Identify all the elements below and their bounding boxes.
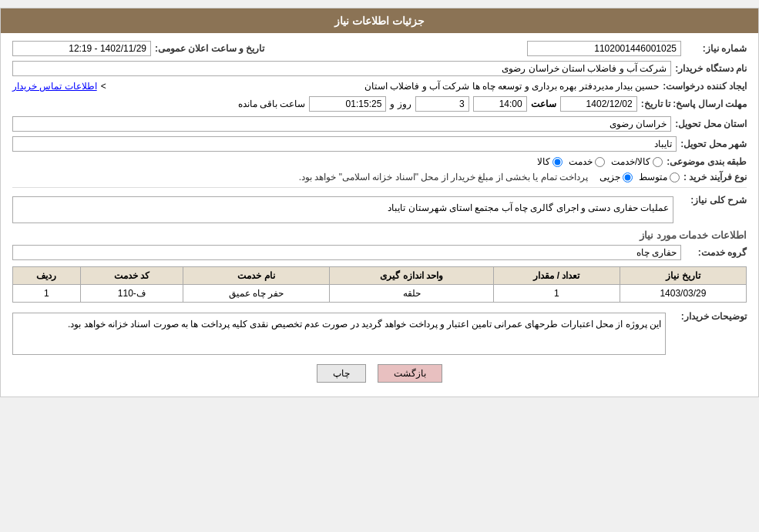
page-title: جزئیات اطلاعات نیاز bbox=[334, 15, 425, 27]
name-dastgah-value: شرکت آب و فاضلاب استان خراسان رضوی bbox=[12, 61, 671, 76]
mohlat-rooz-value: 3 bbox=[415, 96, 469, 112]
col-count: تعداد / مقدار bbox=[493, 267, 620, 285]
radio-jozei-input[interactable] bbox=[623, 172, 633, 182]
mohlat-date-value: 1402/12/02 bbox=[560, 96, 637, 112]
row-shahr: شهر محل تحویل: تایباد bbox=[12, 136, 747, 152]
buttons-row: بازگشت چاپ bbox=[12, 364, 747, 383]
cell-count: 1 bbox=[493, 285, 620, 303]
cell-code: ف-110 bbox=[80, 285, 183, 303]
rooz-label: روز و bbox=[390, 99, 411, 109]
row-ijad: ایجاد کننده درخواست: حسین بیدار مدیردفتر… bbox=[12, 81, 747, 92]
jozei-label: جزیی bbox=[599, 172, 620, 182]
tarikh-label: تاریخ و ساعت اعلان عمومی: bbox=[155, 43, 264, 54]
radio-kala-khedmat-input[interactable] bbox=[653, 157, 663, 167]
shahr-label: شهر محل تحویل: bbox=[680, 139, 747, 149]
khedmat-label: خدمت bbox=[569, 156, 593, 167]
row-tabaqe: طبقه بندی موضوعی: کالا/خدمت خدمت کالا bbox=[12, 156, 747, 167]
shahr-value: تایباد bbox=[12, 136, 677, 152]
gorooh-label: گروه خدمت: bbox=[685, 247, 747, 258]
ijad-value: حسین بیدار مدیردفتر بهره برداری و توسعه … bbox=[110, 81, 660, 92]
row-farayand: نوع فرآیند خرید : متوسط جزیی پرداخت تمام… bbox=[12, 172, 747, 182]
cell-name: حفر چاه عمیق bbox=[183, 285, 329, 303]
row-mohlat: مهلت ارسال پاسخ: تا تاریخ: 1402/12/02 سا… bbox=[12, 96, 747, 112]
farayand-label: نوع فرآیند خرید : bbox=[683, 172, 747, 182]
services-table: تاریخ نیاز تعداد / مقدار واحد اندازه گیر… bbox=[12, 266, 747, 303]
farayand-desc: پرداخت تمام یا بخشی از مبلغ خریدار از مح… bbox=[299, 172, 588, 182]
tabaqe-label: طبقه بندی موضوعی: bbox=[667, 156, 747, 167]
kala-khedmat-label: کالا/خدمت bbox=[611, 156, 650, 167]
cell-date: 1403/03/29 bbox=[620, 285, 746, 303]
mohlat-baqi-value: 01:15:25 bbox=[309, 96, 386, 112]
motavassit-label: متوسط bbox=[639, 172, 667, 182]
main-content: شماره نیاز: 1102001446001025 تاریخ و ساع… bbox=[1, 33, 758, 396]
row-name-dastgah: نام دستگاه خریدار: شرکت آب و فاضلاب استا… bbox=[12, 61, 747, 76]
name-dastgah-label: نام دستگاه خریدار: bbox=[675, 63, 747, 74]
tarikh-value: 1402/11/29 - 12:19 bbox=[12, 41, 151, 56]
page-wrapper: جزئیات اطلاعات نیاز شماره نیاز: 11020014… bbox=[0, 8, 759, 397]
tabaqe-radios: کالا/خدمت خدمت کالا bbox=[537, 156, 663, 167]
back-button[interactable]: بازگشت bbox=[378, 364, 442, 383]
row-tosihaat: توضیحات خریدار: این پروژه از محل اعتبارا… bbox=[12, 309, 747, 355]
tosihaat-label: توضیحات خریدار: bbox=[670, 309, 747, 322]
mohlat-saat-value: 14:00 bbox=[473, 96, 527, 112]
divider-1 bbox=[12, 187, 747, 188]
cell-unit: حلقه bbox=[330, 285, 494, 303]
cell-radif: 1 bbox=[13, 285, 81, 303]
saat-label: ساعت bbox=[531, 99, 556, 109]
radio-khedmat-input[interactable] bbox=[595, 157, 605, 167]
table-row: 1403/03/29 1 حلقه حفر چاه عمیق ف-110 1 bbox=[13, 285, 747, 303]
radio-motavassit-input[interactable] bbox=[670, 172, 680, 182]
row-gorooh: گروه خدمت: حفاری چاه bbox=[12, 245, 747, 260]
services-section-title: اطلاعات خدمات مورد نیاز bbox=[12, 229, 747, 241]
print-button[interactable]: چاپ bbox=[317, 364, 366, 383]
shomara-value: 1102001446001025 bbox=[527, 41, 681, 56]
page-header: جزئیات اطلاعات نیاز bbox=[1, 8, 758, 33]
col-date: تاریخ نیاز bbox=[620, 267, 746, 285]
radio-kala-input[interactable] bbox=[552, 157, 563, 167]
row-sharh: شرح کلی نیاز: عملیات حفاری دستی و اجرای … bbox=[12, 192, 747, 223]
row-ostan: استان محل تحویل: خراسان رضوی bbox=[12, 116, 747, 132]
sharh-label: شرح کلی نیاز: bbox=[677, 192, 747, 206]
radio-khedmat[interactable]: خدمت bbox=[569, 156, 605, 167]
ijad-link[interactable]: اطلاعات تماس خریدار bbox=[12, 81, 97, 92]
mohlat-label: مهلت ارسال پاسخ: تا تاریخ: bbox=[641, 99, 747, 109]
radio-motavassit[interactable]: متوسط bbox=[639, 172, 680, 182]
services-table-section: تاریخ نیاز تعداد / مقدار واحد اندازه گیر… bbox=[12, 266, 747, 303]
ijad-label: ایجاد کننده درخواست: bbox=[663, 81, 747, 92]
gorooh-value: حفاری چاه bbox=[12, 245, 681, 260]
ostan-value: خراسان رضوی bbox=[12, 116, 671, 132]
row-shomara: شماره نیاز: 1102001446001025 تاریخ و ساع… bbox=[12, 41, 747, 56]
radio-jozei[interactable]: جزیی bbox=[599, 172, 633, 182]
saaat-baqi-label: ساعت باقی مانده bbox=[238, 99, 306, 109]
radio-kala-khedmat[interactable]: کالا/خدمت bbox=[611, 156, 663, 167]
tosihaat-value: این پروژه از محل اعتبارات طرحهای عمرانی … bbox=[12, 313, 666, 355]
col-radif: ردیف bbox=[13, 267, 81, 285]
farayand-radios: متوسط جزیی bbox=[599, 172, 680, 182]
sharh-value: عملیات حفاری دستی و اجرای گالری چاه آب م… bbox=[12, 196, 673, 223]
radio-kala[interactable]: کالا bbox=[537, 156, 563, 167]
shomara-label: شماره نیاز: bbox=[685, 43, 747, 54]
col-code: کد خدمت bbox=[80, 267, 183, 285]
col-unit: واحد اندازه گیری bbox=[330, 267, 494, 285]
col-name: نام خدمت bbox=[183, 267, 329, 285]
ostan-label: استان محل تحویل: bbox=[675, 119, 747, 129]
kala-label: کالا bbox=[537, 156, 550, 167]
